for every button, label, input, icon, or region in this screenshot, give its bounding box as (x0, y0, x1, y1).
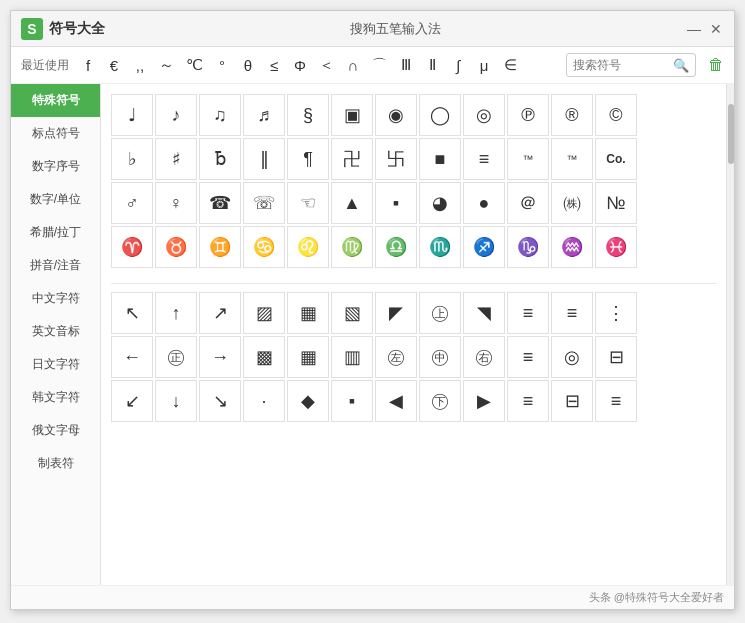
sidebar-item-number-seq[interactable]: 数字序号 (11, 150, 100, 183)
recent-symbol-f[interactable]: f (77, 55, 99, 76)
symbol-cell[interactable]: ㊤ (419, 292, 461, 334)
symbol-cell[interactable]: ¶ (287, 138, 329, 180)
recent-symbol-cap[interactable]: ∩ (342, 55, 364, 76)
symbol-cell[interactable]: ♩ (111, 94, 153, 136)
sidebar-item-table[interactable]: 制表符 (11, 447, 100, 480)
recent-symbol-euro[interactable]: € (103, 55, 125, 76)
symbol-cell[interactable]: ↓ (155, 380, 197, 422)
symbol-cell[interactable]: ㊣ (155, 336, 197, 378)
symbol-cell[interactable]: ♉ (155, 226, 197, 268)
symbol-cell[interactable]: ☎ (199, 182, 241, 224)
symbol-cell-co[interactable]: Co. (595, 138, 637, 180)
symbol-cell[interactable]: ◥ (463, 292, 505, 334)
sidebar-item-chinese[interactable]: 中文字符 (11, 282, 100, 315)
symbol-cell[interactable]: ↙ (111, 380, 153, 422)
symbol-cell[interactable]: ♓ (595, 226, 637, 268)
sidebar-item-special[interactable]: 特殊符号 (11, 84, 100, 117)
symbol-cell[interactable]: ≡ (507, 336, 549, 378)
symbol-cell[interactable]: ℗ (507, 94, 549, 136)
symbol-cell[interactable]: ◎ (463, 94, 505, 136)
symbol-cell[interactable]: ◉ (375, 94, 417, 136)
symbol-cell[interactable]: ↘ (199, 380, 241, 422)
symbol-cell[interactable]: ▪ (375, 182, 417, 224)
symbol-cell[interactable]: ㊥ (419, 336, 461, 378)
minimize-button[interactable]: — (686, 21, 702, 37)
symbol-cell[interactable]: 卍 (331, 138, 373, 180)
symbol-cell[interactable]: ▨ (243, 292, 285, 334)
sidebar-item-greek[interactable]: 希腊/拉丁 (11, 216, 100, 249)
symbol-cell[interactable]: ↖ (111, 292, 153, 334)
symbol-cell[interactable]: ▪ (331, 380, 373, 422)
symbol-cell[interactable]: ▲ (331, 182, 373, 224)
symbol-cell[interactable]: ♎ (375, 226, 417, 268)
symbol-cell[interactable]: ↗ (199, 292, 241, 334)
delete-recent-button[interactable]: 🗑 (708, 56, 724, 74)
symbol-cell[interactable]: ⋮ (595, 292, 637, 334)
symbol-cell[interactable]: ♫ (199, 94, 241, 136)
symbol-cell[interactable]: ™ (507, 138, 549, 180)
sidebar-item-russian[interactable]: 俄文字母 (11, 414, 100, 447)
recent-symbol-ii[interactable]: Ⅱ (421, 54, 443, 76)
symbol-cell[interactable]: ♊ (199, 226, 241, 268)
symbol-cell[interactable]: ㊨ (463, 336, 505, 378)
sidebar-item-korean[interactable]: 韩文字符 (11, 381, 100, 414)
symbol-cell[interactable]: ⊟ (551, 380, 593, 422)
scrollbar-thumb[interactable] (728, 104, 734, 164)
sidebar-item-pinyin[interactable]: 拼音/注音 (11, 249, 100, 282)
symbol-cell[interactable]: ● (463, 182, 505, 224)
recent-symbol-celsius[interactable]: ℃ (182, 54, 207, 76)
symbol-cell[interactable]: ☜ (287, 182, 329, 224)
symbol-cell[interactable]: ® (551, 94, 593, 136)
symbol-cell[interactable]: 卐 (375, 138, 417, 180)
recent-symbol-arc[interactable]: ⌒ (368, 54, 391, 77)
symbol-cell[interactable]: ▶ (463, 380, 505, 422)
symbol-cell[interactable]: ▣ (331, 94, 373, 136)
symbol-cell[interactable]: § (287, 94, 329, 136)
symbol-cell[interactable]: ♈ (111, 226, 153, 268)
symbol-cell[interactable]: ♑ (507, 226, 549, 268)
recent-symbol-degree[interactable]: ° (211, 55, 233, 76)
symbol-cell[interactable]: ≡ (463, 138, 505, 180)
symbol-cell[interactable]: ♒ (551, 226, 593, 268)
scrollbar[interactable] (726, 84, 734, 585)
symbol-cell[interactable]: ◯ (419, 94, 461, 136)
symbol-cell[interactable]: ♪ (155, 94, 197, 136)
symbol-cell[interactable]: № (595, 182, 637, 224)
symbol-cell[interactable]: ▦ (287, 336, 329, 378)
recent-symbol-phi[interactable]: Φ (289, 55, 311, 76)
symbol-cell[interactable]: ≡ (595, 380, 637, 422)
symbol-cell[interactable]: ♂ (111, 182, 153, 224)
recent-symbol-theta[interactable]: θ (237, 55, 259, 76)
symbol-cell[interactable]: ▩ (243, 336, 285, 378)
symbol-cell[interactable]: ƀ (199, 138, 241, 180)
symbol-cell[interactable]: → (199, 336, 241, 378)
symbol-cell[interactable]: ♯ (155, 138, 197, 180)
recent-symbol-lt[interactable]: ＜ (315, 54, 338, 77)
symbol-cell[interactable]: ≡ (551, 292, 593, 334)
symbol-cell[interactable]: ⊟ (595, 336, 637, 378)
symbol-cell[interactable]: ‖ (243, 138, 285, 180)
search-input[interactable] (573, 58, 673, 72)
symbol-cell[interactable]: ♏ (419, 226, 461, 268)
symbol-cell[interactable]: ♀ (155, 182, 197, 224)
sidebar-item-japanese[interactable]: 日文字符 (11, 348, 100, 381)
symbol-cell[interactable]: ◕ (419, 182, 461, 224)
sidebar-item-punctuation[interactable]: 标点符号 (11, 117, 100, 150)
recent-symbol-iii[interactable]: Ⅲ (395, 54, 417, 76)
symbol-cell[interactable]: ▦ (287, 292, 329, 334)
recent-symbol-tilde[interactable]: ～ (155, 54, 178, 77)
sidebar-item-number-unit[interactable]: 数字/单位 (11, 183, 100, 216)
symbol-cell[interactable]: ♐ (463, 226, 505, 268)
symbol-cell[interactable]: ↑ (155, 292, 197, 334)
symbol-cell[interactable]: ▧ (331, 292, 373, 334)
symbol-cell[interactable]: ♋ (243, 226, 285, 268)
symbol-cell[interactable]: ™ (551, 138, 593, 180)
symbol-cell[interactable]: ㊧ (375, 336, 417, 378)
symbol-cell[interactable]: ◀ (375, 380, 417, 422)
symbol-cell[interactable]: ♬ (243, 94, 285, 136)
recent-symbol-comma[interactable]: ,, (129, 55, 151, 76)
symbol-cell[interactable]: ♍ (331, 226, 373, 268)
symbol-cell[interactable]: ■ (419, 138, 461, 180)
close-button[interactable]: ✕ (708, 21, 724, 37)
symbol-cell[interactable]: ≡ (507, 380, 549, 422)
